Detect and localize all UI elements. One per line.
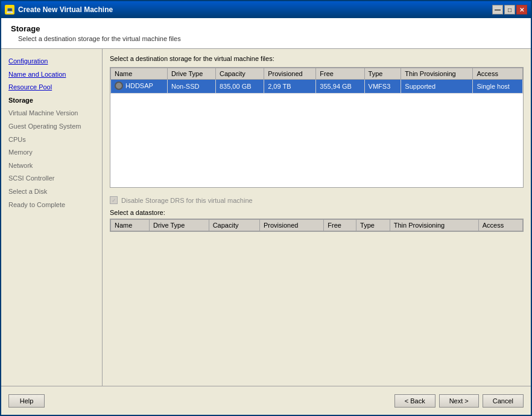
sidebar-item-memory: Memory [6,146,97,159]
col-thin-provisioning: Thin Provisioning [401,68,473,80]
title-bar-left: 💻 Create New Virtual Machine [5,5,113,14]
header-subtitle: Select a destination storage for the vir… [11,35,521,42]
ds-col-drive-type: Drive Type [149,220,209,231]
sidebar-item-guest-os: Guest Operating System [6,120,97,133]
datastore-label: Select a datastore: [110,209,524,216]
maximize-button[interactable]: □ [504,5,515,14]
storage-row-drive-type: Non-SSD [167,80,215,94]
storage-row-provisioned: 2,09 TB [264,80,316,94]
help-button[interactable]: Help [8,394,45,408]
sidebar-item-configuration[interactable]: Configuration [6,55,97,68]
ds-col-access: Access [478,220,522,231]
drs-row: ✓ Disable Storage DRS for this virtual m… [110,196,524,204]
col-access: Access [473,68,523,80]
storage-row-free: 355,94 GB [316,80,364,94]
storage-row-type: VMFS3 [364,80,401,94]
drs-section: ✓ Disable Storage DRS for this virtual m… [110,194,524,234]
sidebar-item-vm-version: Virtual Machine Version [6,107,97,120]
drs-label: Disable Storage DRS for this virtual mac… [121,197,253,204]
title-bar: 💻 Create New Virtual Machine — □ ✕ [1,1,531,18]
cancel-button[interactable]: Cancel [483,394,524,408]
title-bar-buttons: — □ ✕ [492,5,527,14]
sidebar-item-resource-pool[interactable]: Resource Pool [6,81,97,94]
panel-instruction: Select a destination storage for the vir… [110,55,524,62]
storage-table-container[interactable]: Name Drive Type Capacity Provisioned Fre… [110,67,524,188]
sidebar-item-ready: Ready to Complete [6,199,97,212]
ds-col-type: Type [356,220,390,231]
storage-row-capacity: 835,00 GB [215,80,264,94]
storage-table-row[interactable]: HDDSAPNon-SSD835,00 GB2,09 TB355,94 GBVM… [111,80,523,94]
storage-row-access: Single host [473,80,523,94]
sidebar-item-select-disk: Select a Disk [6,185,97,199]
sidebar-item-scsi-controller: SCSI Controller [6,172,97,185]
main-window: 💻 Create New Virtual Machine — □ ✕ Stora… [0,0,532,416]
sidebar-item-storage[interactable]: Storage [6,94,97,107]
drs-checkbox[interactable]: ✓ [110,196,118,204]
window-icon: 💻 [5,5,14,14]
col-type: Type [364,68,401,80]
storage-row-name: HDDSAP [111,80,168,94]
sidebar: Configuration Name and Location Resource… [1,49,103,386]
close-button[interactable]: ✕ [516,5,527,14]
storage-row-thin-provisioning: Supported [401,80,473,94]
ds-col-capacity: Capacity [209,220,259,231]
col-free: Free [316,68,364,80]
storage-table: Name Drive Type Capacity Provisioned Fre… [110,68,523,94]
col-name: Name [111,68,168,80]
next-button[interactable]: Next > [439,394,479,408]
col-provisioned: Provisioned [264,68,316,80]
right-panel: Select a destination storage for the vir… [103,49,531,386]
ds-col-thin-provisioning: Thin Provisioning [390,220,478,231]
content-area: Configuration Name and Location Resource… [1,49,531,386]
footer: Help < Back Next > Cancel [1,386,531,415]
back-button[interactable]: < Back [394,394,435,408]
sidebar-item-network: Network [6,159,97,173]
minimize-button[interactable]: — [492,5,503,14]
datastore-table-container[interactable]: Name Drive Type Capacity Provisioned Fre… [110,219,524,232]
sidebar-item-cpus: CPUs [6,133,97,147]
sidebar-item-name-location[interactable]: Name and Location [6,68,97,82]
header-section: Storage Select a destination storage for… [1,18,531,49]
ds-col-free: Free [324,220,356,231]
window-title: Create New Virtual Machine [18,5,113,14]
header-title: Storage [11,24,521,33]
ds-col-provisioned: Provisioned [259,220,323,231]
disk-icon [115,82,123,90]
col-drive-type: Drive Type [167,68,215,80]
col-capacity: Capacity [215,68,264,80]
datastore-header-row: Name Drive Type Capacity Provisioned Fre… [111,220,523,231]
datastore-table: Name Drive Type Capacity Provisioned Fre… [110,219,523,231]
ds-col-name: Name [111,220,150,231]
storage-table-header-row: Name Drive Type Capacity Provisioned Fre… [111,68,523,80]
footer-right: < Back Next > Cancel [394,394,524,408]
